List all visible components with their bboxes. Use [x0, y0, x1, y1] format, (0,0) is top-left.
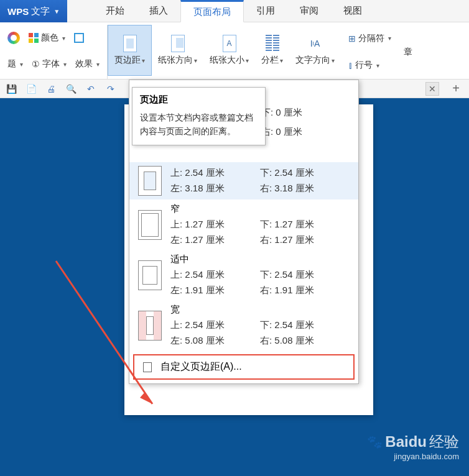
margin-thumb-icon — [138, 166, 162, 196]
rainbow-theme-icon[interactable] — [5, 30, 22, 45]
theme-button[interactable]: 题▾ — [5, 57, 26, 71]
textdir-icon: IIA — [309, 35, 322, 52]
saveas-icon[interactable]: 📄 — [26, 84, 36, 94]
tab-close-button[interactable]: ✕ — [425, 82, 439, 96]
last-margin-values: 下: 0 厘米 右: 0 厘米 — [261, 107, 302, 138]
margin-thumb-icon — [138, 311, 162, 341]
tooltip-title: 页边距 — [140, 94, 258, 106]
columns-icon — [266, 35, 279, 52]
menu-pagelayout[interactable]: 页面布局 — [180, 0, 244, 22]
app-dropdown-icon[interactable]: ▼ — [53, 8, 60, 15]
print-icon[interactable]: 🖨 — [46, 84, 56, 94]
orientation-icon — [171, 35, 185, 52]
title-bar: WPS 文字 ▼ — [0, 0, 67, 22]
custom-margin-icon — [143, 362, 152, 372]
menu-start[interactable]: 开始 — [93, 0, 137, 22]
orientation-button[interactable]: 纸张方向▾ — [152, 25, 203, 76]
columns-button[interactable]: 分栏▾ — [255, 25, 289, 76]
menu-review[interactable]: 审阅 — [287, 0, 331, 22]
margin-option-narrow[interactable]: 窄 上: 1.27 厘米下: 1.27 厘米 左: 1.27 厘米右: 1.27… — [129, 199, 358, 250]
effect-button[interactable]: 效果▾ — [73, 57, 102, 71]
app-name: WPS — [7, 6, 29, 17]
margins-icon — [123, 35, 137, 52]
size-icon: A — [223, 35, 236, 52]
font-button[interactable]: ①字体▾ — [29, 57, 69, 71]
margin-option-custom[interactable]: 自定义页边距(A)... — [133, 354, 355, 380]
redo-icon[interactable]: ↷ — [106, 84, 116, 94]
margin-option-wide[interactable]: 宽 上: 2.54 厘米下: 2.54 厘米 左: 5.08 厘米右: 5.08… — [129, 300, 358, 350]
chapter-button[interactable]: 章 — [401, 45, 415, 59]
ribbon: 颜色▾ 题▾ ①字体▾ 效果▾ 页边距▾ 纸张方向▾ A 纸张大小▾ 分栏▾ I… — [0, 22, 469, 80]
menu-references[interactable]: 引用 — [244, 0, 287, 22]
menu-view[interactable]: 视图 — [331, 0, 374, 22]
menu-insert[interactable]: 插入 — [137, 0, 180, 22]
save-icon[interactable]: 💾 — [6, 84, 16, 94]
textdir-button[interactable]: IIA 文字方向▾ — [289, 25, 341, 76]
break-button[interactable]: ⊞分隔符▾ — [346, 32, 394, 45]
tab-add-button[interactable]: + — [449, 82, 463, 96]
watermark: 🐾Baidu经验 jingyan.baidu.com — [367, 432, 459, 461]
margin-thumb-icon — [138, 210, 162, 240]
preview-icon[interactable]: 🔍 — [66, 84, 76, 94]
size-button[interactable]: A 纸张大小▾ — [203, 25, 255, 76]
margin-option-moderate[interactable]: 适中 上: 2.54 厘米下: 2.54 厘米 左: 1.91 厘米右: 1.9… — [129, 250, 358, 300]
undo-icon[interactable]: ↶ — [86, 84, 96, 94]
margins-button[interactable]: 页边距▾ — [108, 25, 152, 76]
tooltip-desc: 设置本节文档内容或整篇文档内容与页面之间的距离。 — [140, 111, 258, 139]
linenum-button[interactable]: ⫿行号▾ — [346, 58, 394, 72]
shape-icon[interactable] — [72, 32, 86, 44]
color-button[interactable]: 颜色▾ — [26, 31, 68, 45]
margins-tooltip: 页边距 设置本节文档内容或整篇文档内容与页面之间的距离。 — [132, 87, 266, 145]
margin-option-normal[interactable]: 上: 2.54 厘米下: 2.54 厘米 左: 3.18 厘米右: 3.18 厘… — [129, 162, 358, 199]
menu-bar: 开始 插入 页面布局 引用 审阅 视图 — [0, 0, 469, 22]
margin-thumb-icon — [138, 260, 162, 290]
app-sub: 文字 — [31, 6, 50, 17]
